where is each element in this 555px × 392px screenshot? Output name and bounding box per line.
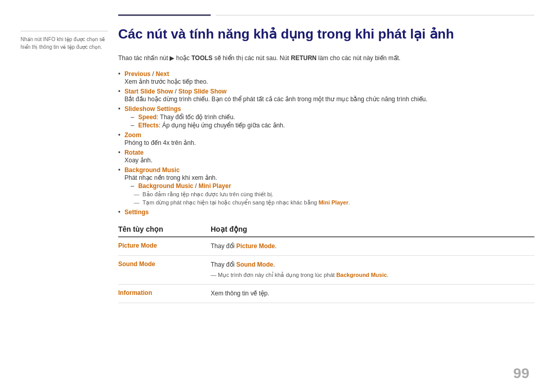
slash-separator: / — [151, 70, 156, 78]
bullet-dot-3: • — [118, 105, 120, 113]
sidebar: Nhấn nút INFO khi tệp được chọn sẽ hiển … — [21, 31, 108, 51]
bullet-dot-7: • — [118, 209, 120, 216]
bullet-item-bg-music: • Background Music Phát nhạc nền trong k… — [118, 166, 534, 206]
information-name: Information — [118, 289, 211, 296]
table-header: Tên tùy chọn Hoạt động — [118, 225, 534, 237]
bullet-item-slideshow-settings: • Slideshow Settings – Speed: Thay đổi t… — [118, 105, 534, 129]
bullet-content-slideshow: Start Slide Show / Stop Slide Show Bắt đ… — [124, 87, 534, 103]
emdash-2: — — [134, 199, 139, 206]
mini-player-ref: Mini Player — [319, 199, 348, 206]
bullet-item-rotate: • Rotate Xoay ảnh. — [118, 148, 534, 164]
page-title: Các nút và tính năng khả dụng trong khi … — [118, 26, 534, 43]
bullet-content-previous-next: Previous / Next Xem ảnh trước hoặc tiếp … — [124, 70, 534, 85]
stop-slideshow-label: Stop Slide Show — [178, 88, 227, 95]
zoom-desc: Phóng to đến 4x trên ảnh. — [124, 139, 534, 146]
table-col-action-header: Hoạt động — [211, 225, 534, 233]
zoom-label: Zoom — [124, 132, 141, 139]
bg-music-ref: Background Music — [336, 272, 386, 278]
rotate-label: Rotate — [124, 149, 143, 156]
intro-text-end: làm cho các nút này biến mất. — [318, 54, 400, 62]
sound-mode-sub: — Mục trình đơn này chỉ khả dụng trong l… — [211, 271, 534, 280]
settings-label: Settings — [124, 209, 149, 216]
sound-mode-name: Sound Mode — [118, 260, 211, 268]
bg-music-label: Background Music — [124, 166, 179, 174]
start-slideshow-label: Start Slide Show — [124, 88, 173, 95]
emdash-item-1: — Bảo đảm rằng tệp nhạc được lưu trên cù… — [134, 191, 534, 198]
picture-mode-name: Picture Mode — [118, 241, 211, 249]
bullet-item-zoom: • Zoom Phóng to đến 4x trên ảnh. — [118, 131, 534, 146]
table-section: Tên tùy chọn Hoạt động Picture Mode Thay… — [118, 225, 534, 303]
emdash-item-2: — Tạm dừng phát nhạc hiện tại hoặc chuyể… — [134, 199, 534, 206]
bullet-section: • Previous / Next Xem ảnh trước hoặc tiế… — [118, 70, 534, 216]
bullet-item-previous-next: • Previous / Next Xem ảnh trước hoặc tiế… — [118, 70, 534, 85]
bullet-item-settings: • Settings — [118, 208, 534, 216]
speed-content: Speed: Thay đổi tốc độ trình chiếu. — [138, 114, 235, 121]
speed-label: Speed — [138, 114, 157, 121]
intro-tools-label: hoặc TOOLS — [176, 54, 214, 62]
sub-dash-2: – — [131, 122, 134, 129]
intro-text-before: Thao tác nhấn nút — [118, 54, 168, 62]
intro-text: Thao tác nhấn nút ▶ hoặc TOOLS sẽ hiển t… — [118, 54, 534, 62]
rotate-desc: Xoay ảnh. — [124, 157, 534, 164]
slideshow-desc: Bắt đầu hoặc dừng trình chiếu. Bạn có th… — [124, 96, 534, 103]
table-row-sound-mode: Sound Mode Thay đổi Sound Mode. — Mục tr… — [118, 256, 534, 285]
bgmusic-sub-label: Background Music — [138, 182, 193, 190]
picture-mode-desc: Thay đổi Picture Mode. — [211, 241, 534, 251]
sidebar-note: Nhấn nút INFO khi tệp được chọn sẽ hiển … — [21, 35, 108, 51]
main-content: Các nút và tính năng khả dụng trong khi … — [118, 26, 534, 303]
previous-label: Previous — [124, 70, 151, 78]
slash-separator-2: / — [173, 88, 178, 95]
page-number: 99 — [513, 365, 529, 382]
bg-music-desc: Phát nhạc nền trong khi xem ảnh. — [124, 174, 534, 181]
table-row-picture-mode: Picture Mode Thay đổi Picture Mode. — [118, 237, 534, 256]
bullet-content-settings: Settings — [124, 208, 534, 216]
effects-label: Effects — [138, 122, 159, 129]
bullet-item-slideshow: • Start Slide Show / Stop Slide Show Bắt… — [118, 87, 534, 103]
bullet-dot-4: • — [118, 132, 120, 139]
miniplayer-sub-label: Mini Player — [198, 182, 231, 190]
table-row-information: Information Xem thông tin về tệp. — [118, 285, 534, 303]
emdash-1: — — [134, 191, 139, 197]
bullet-content-slideshow-settings: Slideshow Settings – Speed: Thay đổi tốc… — [124, 105, 534, 129]
sub-item-bgmusic-miniplayer: – Background Music / Mini Player — [131, 182, 534, 190]
intro-return-label: RETURN — [291, 54, 317, 62]
sub-item-effects: – Effects: Áp dụng hiệu ứng chuyển tiếp … — [131, 122, 534, 129]
top-line-accent — [118, 14, 211, 16]
sound-mode-desc: Thay đổi Sound Mode. — Mục trình đơn này… — [211, 260, 534, 280]
bullet-dot-6: • — [118, 166, 120, 174]
information-desc: Xem thông tin về tệp. — [211, 289, 534, 298]
effects-content: Effects: Áp dụng hiệu ứng chuyển tiếp gi… — [138, 122, 285, 129]
sidebar-divider — [21, 31, 108, 31]
sub-dash-1: – — [131, 114, 134, 121]
sub-dash-3: – — [131, 182, 134, 190]
bullet-content-zoom: Zoom Phóng to đến 4x trên ảnh. — [124, 131, 534, 146]
emdash-text-2: Tạm dừng phát nhạc hiện tại hoặc chuyển … — [142, 199, 350, 206]
bgmusic-miniplayer-content: Background Music / Mini Player — [138, 182, 231, 190]
bullet-content-rotate: Rotate Xoay ảnh. — [124, 148, 534, 164]
slideshow-settings-label: Slideshow Settings — [124, 105, 181, 113]
bullet-content-bg-music: Background Music Phát nhạc nền trong khi… — [124, 166, 534, 206]
bullet-dot: • — [118, 70, 120, 78]
bullet-dot-2: • — [118, 88, 120, 95]
previous-next-desc: Xem ảnh trước hoặc tiếp theo. — [124, 78, 534, 85]
sound-mode-orange: Sound Mode — [236, 261, 273, 268]
next-label: Next — [156, 70, 169, 78]
picture-mode-orange: Picture Mode — [236, 242, 275, 250]
top-line-right — [216, 15, 534, 15]
table-col-name-header: Tên tùy chọn — [118, 225, 211, 233]
page-container: Nhấn nút INFO khi tệp được chọn sẽ hiển … — [0, 0, 555, 392]
emdash-text-1: Bảo đảm rằng tệp nhạc được lưu trên cùng… — [142, 191, 273, 198]
sub-item-speed: – Speed: Thay đổi tốc độ trình chiếu. — [131, 114, 534, 121]
intro-text-middle: sẽ hiển thị các nút sau. Nút — [214, 54, 289, 62]
bullet-dot-5: • — [118, 149, 120, 156]
